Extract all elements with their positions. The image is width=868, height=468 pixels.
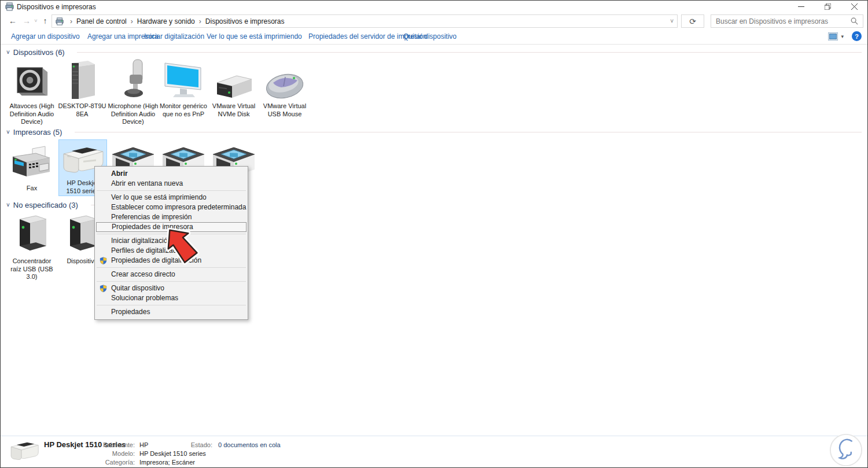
device-tile-microphone[interactable]: Microphone (High Definition Audio Device…	[108, 57, 159, 126]
search-icon[interactable]	[851, 17, 858, 25]
breadcrumb-separator-icon: ›	[199, 17, 201, 25]
fax-icon	[9, 144, 54, 182]
monitor-icon	[163, 60, 204, 100]
toolbar-remove-device[interactable]: Quitar dispositivo	[403, 32, 457, 40]
minimize-button[interactable]	[788, 1, 814, 13]
breadcrumb-devices-printers[interactable]: Dispositivos e impresoras	[205, 17, 285, 25]
details-label-categoria: Categoría:	[77, 459, 135, 466]
collapse-chevron-icon[interactable]: ˅	[6, 129, 10, 135]
collapse-chevron-icon[interactable]: ˅	[6, 49, 10, 56]
device-label: Altavoces (High Definition Audio Device)	[6, 102, 57, 126]
address-dropdown-chevron-icon[interactable]: ˅	[670, 18, 674, 24]
window-title: Dispositivos e impresoras	[17, 3, 96, 11]
breadcrumb-separator-icon: ›	[131, 17, 133, 25]
menu-separator	[97, 281, 246, 282]
pc-tower-icon	[66, 60, 98, 100]
menu-item-crear-acceso-directo[interactable]: Crear acceso directo	[96, 270, 247, 279]
breadcrumb[interactable]: › Panel de control › Hardware y sonido ›…	[52, 14, 678, 28]
device-label: VMware Virtual NVMe Disk	[208, 102, 259, 118]
title-bar: Dispositivos e impresoras	[1, 1, 867, 13]
uac-shield-icon	[100, 285, 107, 292]
device-label: Monitor genérico que no es PnP	[158, 102, 209, 118]
breadcrumb-control-panel[interactable]: Panel de control	[76, 17, 127, 25]
details-value-estado: 0 documentos en cola	[218, 441, 281, 448]
breadcrumb-hardware-sound[interactable]: Hardware y sonido	[137, 17, 195, 25]
printer-label: Fax	[6, 185, 57, 193]
refresh-button[interactable]: ⟳	[681, 14, 704, 28]
breadcrumb-separator-icon: ›	[70, 17, 72, 25]
menu-item-ver-imprimiendo[interactable]: Ver lo que se está imprimiendo	[96, 193, 247, 202]
change-view-button[interactable]: ▾	[828, 32, 844, 40]
toolbar-start-scan[interactable]: Iniciar digitalización	[144, 32, 204, 40]
section-header-printers[interactable]: ˅ Impresoras (5)	[6, 128, 62, 137]
menu-item-solucionar-problemas[interactable]: Solucionar problemas	[96, 293, 247, 303]
search-input[interactable]: Buscar en Dispositivos e impresoras	[711, 14, 863, 28]
restore-button[interactable]	[814, 1, 841, 13]
details-label-fabricante: Fabricante:	[77, 441, 135, 448]
device-tile-mouse[interactable]: VMware Virtual USB Mouse	[259, 57, 310, 118]
uac-shield-icon	[100, 257, 107, 264]
lightbulb-watermark-logo	[828, 433, 864, 467]
menu-item-abrir-ventana-nueva[interactable]: Abrir en ventana nueva	[96, 179, 247, 189]
microphone-icon	[118, 58, 148, 100]
details-value-fabricante: HP	[139, 441, 148, 448]
command-toolbar: Agregar un dispositivo Agregar una impre…	[1, 29, 867, 45]
red-annotation-arrow	[159, 224, 207, 270]
device-tile-nvme-disk[interactable]: VMware Virtual NVMe Disk	[208, 57, 259, 118]
section-rule	[77, 52, 862, 53]
close-button[interactable]	[841, 1, 867, 13]
menu-separator	[97, 305, 246, 305]
section-rule	[75, 132, 862, 132]
selected-printer-thumbnail-icon	[9, 439, 40, 463]
device-tile-desktop[interactable]: DESKTOP-8T9U8EA	[57, 57, 108, 118]
device-tile-usb-root-hub[interactable]: Concentrador raíz USB (USB 3.0)	[6, 212, 57, 281]
forward-button[interactable]: →	[20, 14, 33, 27]
printer-app-icon	[5, 2, 14, 11]
section-header-devices[interactable]: ˅ Dispositivos (6)	[6, 48, 65, 57]
device-tile-monitor[interactable]: Monitor genérico que no es PnP	[158, 57, 209, 118]
help-button[interactable]: ?	[852, 31, 862, 41]
menu-item-preferencias-impresion[interactable]: Preferencias de impresión	[96, 212, 247, 222]
mouse-icon	[264, 70, 306, 100]
up-button[interactable]: ↑	[39, 14, 52, 27]
section-header-unspecified[interactable]: ˅ No especificado (3)	[6, 201, 78, 209]
back-button[interactable]: ←	[6, 14, 19, 27]
view-thumbnail-icon	[828, 32, 838, 40]
speaker-icon	[14, 64, 50, 100]
device-label: Concentrador raíz USB (USB 3.0)	[6, 257, 57, 281]
menu-item-quitar-dispositivo[interactable]: Quitar dispositivo	[96, 283, 247, 293]
devices-and-printers-window: Dispositivos e impresoras ← → ˅ ↑ › Pane…	[0, 0, 868, 468]
details-label-modelo: Modelo:	[77, 450, 135, 457]
printer-tile-fax[interactable]: Fax	[6, 139, 57, 193]
menu-item-impresora-predeterminada[interactable]: Establecer como impresora predeterminada	[96, 202, 247, 212]
details-label-estado: Estado:	[174, 441, 212, 448]
menu-item-propiedades[interactable]: Propiedades	[96, 307, 247, 317]
usb-hub-icon	[14, 213, 50, 255]
details-value-categoria: Impresora; Escáner	[139, 459, 195, 466]
menu-separator	[97, 190, 246, 191]
details-value-modelo: HP Deskjet 1510 series	[139, 450, 206, 457]
view-dropdown-icon: ▾	[841, 34, 844, 39]
address-bar-row: ← → ˅ ↑ › Panel de control › Hardware y …	[1, 13, 867, 29]
device-tile-speakers[interactable]: Altavoces (High Definition Audio Device)	[6, 57, 57, 126]
menu-item-abrir[interactable]: Abrir	[96, 169, 247, 179]
collapse-chevron-icon[interactable]: ˅	[6, 202, 10, 208]
disk-drive-icon	[214, 73, 254, 100]
toolbar-see-whats-printing[interactable]: Ver lo que se está imprimiendo	[207, 32, 302, 40]
location-printer-icon	[56, 17, 64, 25]
device-label: Microphone (High Definition Audio Device…	[108, 102, 159, 126]
toolbar-add-device[interactable]: Agregar un dispositivo	[11, 32, 80, 40]
details-pane: HP Deskjet 1510 series Fabricante: HP Mo…	[1, 436, 867, 468]
device-label: VMware Virtual USB Mouse	[259, 102, 310, 118]
search-placeholder: Buscar en Dispositivos e impresoras	[716, 17, 851, 25]
device-label: DESKTOP-8T9U8EA	[57, 102, 108, 118]
